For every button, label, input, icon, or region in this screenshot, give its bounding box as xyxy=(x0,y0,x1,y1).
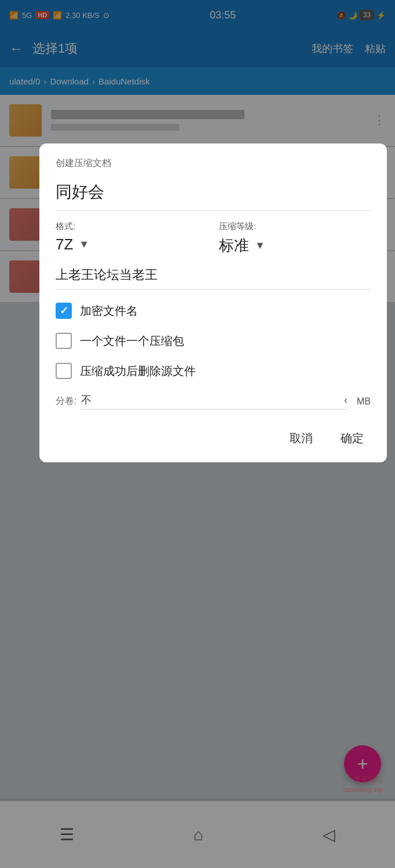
divider-2 xyxy=(56,289,371,290)
level-label: 压缩等级: xyxy=(219,221,371,232)
checkbox-one-file-one-archive[interactable] xyxy=(56,333,72,349)
cancel-button[interactable]: 取消 xyxy=(283,426,320,451)
level-value: 标准 xyxy=(219,236,249,256)
checkbox-row-2[interactable]: 一个文件一个压缩包 xyxy=(56,333,371,349)
archive-filename[interactable]: 同好会 xyxy=(56,181,371,203)
checkbox-label-1: 加密文件名 xyxy=(80,303,138,319)
split-row: 分卷: 不 ‹ MB xyxy=(56,393,371,410)
checkbox-row-3[interactable]: 压缩成功后删除源文件 xyxy=(56,363,371,379)
checkbox-delete-after-compress[interactable] xyxy=(56,363,72,379)
format-row: 格式: 7Z ▼ 压缩等级: 标准 ▼ xyxy=(56,221,371,256)
split-unit: MB xyxy=(357,396,371,407)
create-archive-dialog: 创建压缩文档 同好会 格式: 7Z ▼ 压缩等级: 标准 ▼ 上老王论坛当老王 … xyxy=(39,144,387,462)
format-select[interactable]: 7Z ▼ xyxy=(56,236,207,253)
password-field[interactable]: 上老王论坛当老王 xyxy=(56,266,371,284)
format-dropdown-arrow: ▼ xyxy=(79,238,89,251)
level-select[interactable]: 标准 ▼ xyxy=(219,236,371,256)
split-arrow-icon: ‹ xyxy=(344,394,348,406)
split-value: 不 xyxy=(81,393,92,407)
checkbox-label-3: 压缩成功后删除源文件 xyxy=(80,363,196,379)
divider-1 xyxy=(56,210,371,211)
check-icon-1: ✓ xyxy=(60,304,68,317)
format-label: 格式: xyxy=(56,221,207,232)
split-input[interactable]: 不 ‹ xyxy=(81,393,348,410)
format-group: 格式: 7Z ▼ xyxy=(56,221,207,256)
dialog-actions: 取消 确定 xyxy=(56,426,371,451)
confirm-button[interactable]: 确定 xyxy=(334,426,371,451)
level-dropdown-arrow: ▼ xyxy=(255,240,265,252)
split-label: 分卷: xyxy=(56,395,76,407)
checkbox-row-1[interactable]: ✓ 加密文件名 xyxy=(56,303,371,319)
checkbox-encrypt-filename[interactable]: ✓ xyxy=(56,303,72,319)
dialog-title: 创建压缩文档 xyxy=(56,157,371,170)
level-group: 压缩等级: 标准 ▼ xyxy=(219,221,371,256)
format-value: 7Z xyxy=(56,236,73,253)
checkbox-label-2: 一个文件一个压缩包 xyxy=(80,333,184,349)
